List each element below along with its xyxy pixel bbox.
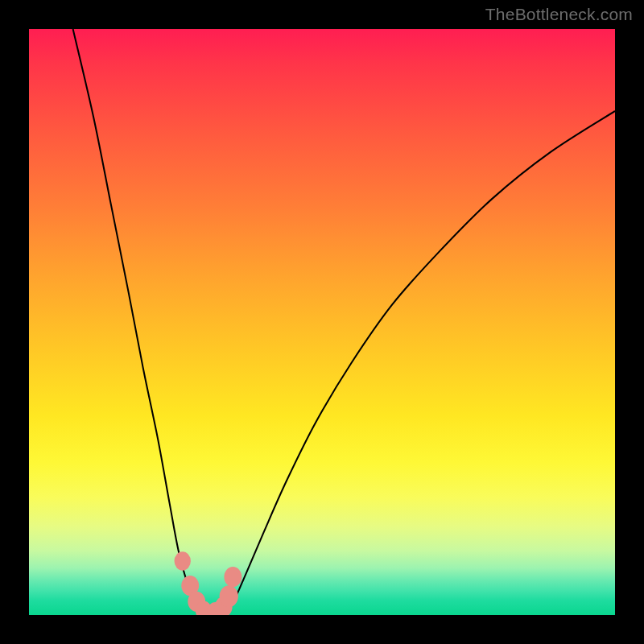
highlight-dot — [175, 551, 191, 570]
watermark-text: TheBottleneck.com — [485, 5, 633, 24]
bottleneck-curve-path — [73, 29, 615, 614]
highlight-marker-group — [175, 551, 242, 615]
plot-frame — [29, 29, 615, 615]
bottleneck-curve-svg — [29, 29, 615, 615]
highlight-dot — [224, 567, 242, 587]
highlight-dot — [220, 585, 238, 607]
